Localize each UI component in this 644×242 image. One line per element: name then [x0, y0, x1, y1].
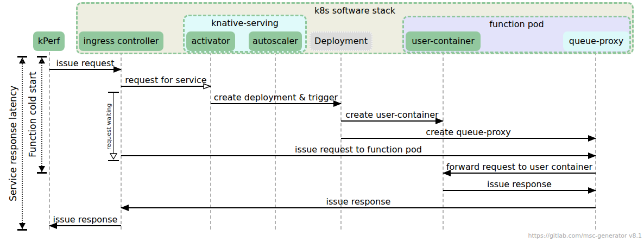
message-issue-request-to-function-pod: issue request to function pod	[121, 145, 596, 158]
measure-label: Function cold start	[27, 56, 38, 174]
participant-autoscaler: autoscaler	[249, 31, 302, 51]
arrowhead-filled-left-icon	[121, 205, 129, 211]
message-issue-response-qp-ingress: issue response	[121, 198, 596, 211]
arrowhead-filled-left-icon	[443, 170, 451, 176]
measure-cap	[37, 172, 47, 174]
message-label: issue response	[49, 214, 121, 225]
message-label: issue request	[49, 58, 121, 69]
message-label: issue response	[443, 179, 596, 190]
message-label: issue request to function pod	[121, 144, 596, 155]
message-label: create user-container	[341, 110, 443, 120]
message-issue-request: issue request	[49, 59, 121, 72]
arrowhead-filled-right-icon	[113, 66, 122, 73]
group-knative-title: knative-serving	[185, 18, 305, 28]
message-line	[211, 103, 341, 104]
arrowhead-filled-right-icon	[435, 118, 444, 124]
group-function-pod-title: function pod	[404, 19, 629, 29]
arrowhead-filled-right-icon	[588, 135, 596, 142]
message-create-user-container: create user-container	[341, 111, 443, 124]
measure-cap	[17, 229, 27, 231]
participant-ingress-controller: ingress controller	[79, 31, 163, 51]
message-line	[443, 190, 596, 191]
message-label: request for service	[121, 75, 211, 86]
message-line	[341, 120, 443, 122]
message-line	[443, 173, 596, 174]
message-label: create queue-proxy	[341, 127, 596, 138]
arrowhead-filled-right-icon	[588, 187, 596, 194]
message-request-for-service: request for service	[121, 76, 211, 89]
measure-label: Service response latency	[8, 56, 18, 231]
message-issue-response-ingress-kperf: issue response	[49, 215, 121, 228]
participant-deployment: Deployment	[310, 31, 372, 51]
message-forward-request-to-user-container: forward request to user container	[443, 163, 596, 176]
arrowhead-down-icon	[39, 166, 45, 172]
measure-dotted-line	[41, 57, 42, 173]
participant-user-container: user-container	[406, 31, 481, 51]
message-line	[49, 69, 121, 70]
measure-dotted-line	[22, 57, 23, 230]
message-line	[121, 207, 596, 208]
message-create-queue-proxy: create queue-proxy	[341, 128, 596, 141]
participant-queue-proxy: queue-proxy	[563, 31, 629, 51]
measure-label: request waiting	[105, 92, 112, 161]
arrowhead-open-right-icon	[203, 83, 211, 90]
bracket-line	[113, 93, 114, 154]
message-create-deployment-trigger: create deployment & trigger	[211, 93, 341, 106]
message-label: forward request to user container	[443, 162, 596, 173]
arrowhead-filled-left-icon	[49, 222, 57, 229]
message-line	[341, 138, 596, 139]
arrowhead-down-icon	[19, 223, 26, 229]
lifeline-kperf	[49, 52, 50, 230]
message-issue-response-uc-qp: issue response	[443, 180, 596, 193]
arrowhead-filled-right-icon	[333, 100, 342, 107]
message-label: create deployment & trigger	[211, 92, 341, 103]
participant-activator: activator	[186, 31, 235, 51]
participant-kperf: kPerf	[33, 31, 65, 51]
message-label: issue response	[121, 196, 596, 207]
message-line	[49, 225, 121, 226]
group-k8s-title: k8s software stack	[78, 5, 632, 16]
arrowhead-filled-right-icon	[588, 152, 596, 159]
message-line	[121, 86, 211, 87]
generator-credit: https://gitlab.com/msc-generator v8.1	[528, 232, 642, 239]
message-line	[121, 155, 596, 156]
sequence-diagram: k8s software stack knative-serving funct…	[0, 0, 644, 242]
